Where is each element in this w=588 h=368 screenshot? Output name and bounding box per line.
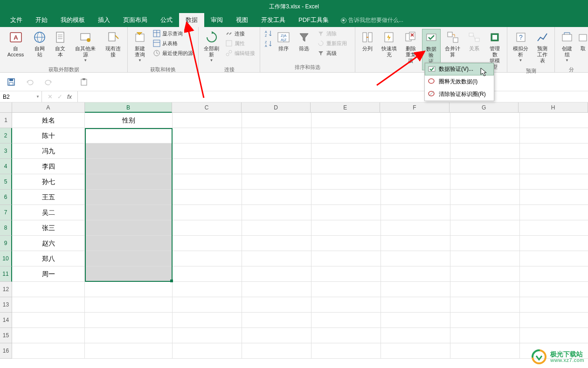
cell-F7[interactable] — [381, 205, 450, 220]
tab-view[interactable]: 视图 — [229, 13, 255, 27]
cell-A15[interactable] — [12, 328, 85, 343]
cell-H7[interactable] — [520, 205, 588, 220]
cell-B16[interactable] — [85, 343, 173, 359]
from-text-button[interactable]: 自文本 — [51, 29, 69, 59]
row-header-1[interactable]: 1 — [0, 113, 12, 128]
cell-F16[interactable] — [381, 343, 450, 359]
cell-A10[interactable]: 郑八 — [12, 251, 85, 266]
cell-G5[interactable] — [450, 174, 520, 190]
cell-E15[interactable] — [311, 328, 381, 343]
cell-F5[interactable] — [381, 174, 450, 190]
sort-asc-button[interactable]: AZ — [263, 29, 272, 38]
cell-F3[interactable] — [381, 143, 450, 159]
tab-home[interactable]: 开始 — [29, 13, 54, 27]
cell-F11[interactable] — [381, 266, 450, 282]
cell-G8[interactable] — [450, 220, 520, 236]
cell-C14[interactable] — [173, 313, 242, 328]
cell-D3[interactable] — [242, 143, 311, 159]
cell-C7[interactable] — [173, 205, 242, 220]
cell-C10[interactable] — [173, 251, 242, 266]
row-header-6[interactable]: 6 — [0, 190, 12, 205]
cell-E13[interactable] — [311, 297, 381, 313]
cell-D8[interactable] — [242, 220, 311, 236]
cell-C4[interactable] — [173, 159, 242, 174]
cell-G7[interactable] — [450, 205, 520, 220]
row-header-13[interactable]: 13 — [0, 297, 12, 313]
cell-B3[interactable] — [85, 143, 173, 159]
cell-D6[interactable] — [242, 190, 311, 205]
col-header-A[interactable]: A — [12, 102, 85, 113]
cell-A8[interactable]: 张三 — [12, 220, 85, 236]
row-header-11[interactable]: 11 — [0, 266, 12, 282]
cell-C12[interactable] — [173, 282, 242, 297]
cell-G9[interactable] — [450, 236, 520, 251]
cell-G16[interactable] — [450, 343, 520, 359]
paste-button[interactable] — [78, 76, 90, 88]
cell-C15[interactable] — [173, 328, 242, 343]
cell-A6[interactable]: 王五 — [12, 190, 85, 205]
cell-E10[interactable] — [311, 251, 381, 266]
group-button[interactable]: 创建组 ▼ — [558, 29, 576, 63]
cell-G12[interactable] — [450, 282, 520, 297]
cells[interactable]: 姓名性别陈十冯九李四孙七王五吴二张三赵六郑八周一 — [12, 113, 588, 359]
row-header-2[interactable]: 2 — [0, 128, 12, 143]
cell-G13[interactable] — [450, 297, 520, 313]
cell-D12[interactable] — [242, 282, 311, 297]
cell-G10[interactable] — [450, 251, 520, 266]
forecast-sheet-button[interactable]: 预测 工作表 — [533, 29, 552, 65]
cell-C11[interactable] — [173, 266, 242, 282]
cell-D16[interactable] — [242, 343, 311, 359]
cell-D5[interactable] — [242, 174, 311, 190]
cell-F13[interactable] — [381, 297, 450, 313]
tab-formula[interactable]: 公式 — [154, 13, 179, 27]
row-header-10[interactable]: 10 — [0, 251, 12, 266]
cell-D11[interactable] — [242, 266, 311, 282]
cell-F2[interactable] — [381, 128, 450, 143]
cell-G6[interactable] — [450, 190, 520, 205]
cell-D9[interactable] — [242, 236, 311, 251]
cell-F1[interactable] — [381, 113, 450, 128]
cell-H12[interactable] — [520, 282, 588, 297]
cell-E3[interactable] — [311, 143, 381, 159]
tell-me-box[interactable]: 告诉我您想要做什么... — [335, 14, 409, 27]
recent-sources-button[interactable]: 最近使用的源 — [151, 48, 195, 58]
cell-E7[interactable] — [311, 205, 381, 220]
tab-review[interactable]: 审阅 — [204, 13, 229, 27]
cell-A14[interactable] — [12, 313, 85, 328]
menu-item-clear-circles[interactable]: 清除验证标识圈(R) — [425, 88, 494, 101]
cell-C8[interactable] — [173, 220, 242, 236]
tab-data[interactable]: 数据 — [179, 13, 204, 27]
cell-F14[interactable] — [381, 313, 450, 328]
cell-G14[interactable] — [450, 313, 520, 328]
cell-A2[interactable]: 陈十 — [12, 128, 85, 143]
from-other-button[interactable]: 自其他来源 ▼ — [71, 29, 99, 63]
cell-E5[interactable] — [311, 174, 381, 190]
refresh-all-button[interactable]: 全部刷新 ▼ — [201, 29, 221, 63]
save-button[interactable] — [6, 76, 17, 88]
ungroup-button[interactable]: 取 — [578, 29, 588, 53]
cell-H8[interactable] — [520, 220, 588, 236]
flash-fill-button[interactable]: 快速填充 — [379, 29, 400, 59]
cell-C1[interactable] — [173, 113, 242, 128]
cell-H4[interactable] — [520, 159, 588, 174]
cell-E1[interactable] — [311, 113, 381, 128]
cell-G2[interactable] — [450, 128, 520, 143]
row-header-7[interactable]: 7 — [0, 205, 12, 220]
cell-E14[interactable] — [311, 313, 381, 328]
cell-B12[interactable] — [85, 282, 173, 297]
row-header-5[interactable]: 5 — [0, 174, 12, 190]
col-header-F[interactable]: F — [380, 102, 450, 113]
text-to-columns-button[interactable]: 分列 — [358, 29, 377, 53]
cell-A5[interactable]: 孙七 — [12, 174, 85, 190]
cell-E11[interactable] — [311, 266, 381, 282]
what-if-button[interactable]: ? 模拟分析 ▼ — [510, 29, 531, 63]
formula-bar[interactable] — [78, 91, 588, 102]
cell-H14[interactable] — [520, 313, 588, 328]
cell-B4[interactable] — [85, 159, 173, 174]
cell-B11[interactable] — [85, 266, 173, 282]
cell-A12[interactable] — [12, 282, 85, 297]
cell-A1[interactable]: 姓名 — [12, 113, 85, 128]
tab-pdftools[interactable]: PDF工具集 — [292, 13, 335, 27]
redo-button[interactable] — [43, 76, 54, 88]
col-header-D[interactable]: D — [242, 102, 311, 113]
